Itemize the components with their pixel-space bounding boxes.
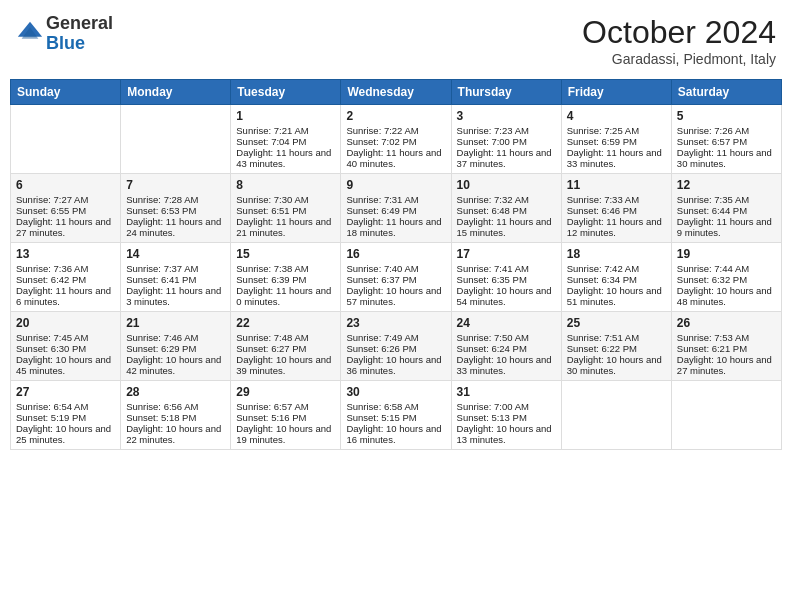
sunset-text: Sunset: 5:19 PM — [16, 412, 115, 423]
calendar-cell: 11Sunrise: 7:33 AMSunset: 6:46 PMDayligh… — [561, 174, 671, 243]
sunrise-text: Sunrise: 7:38 AM — [236, 263, 335, 274]
sunrise-text: Sunrise: 7:45 AM — [16, 332, 115, 343]
day-number: 1 — [236, 109, 335, 123]
daylight-text: Daylight: 11 hours and 37 minutes. — [457, 147, 556, 169]
calendar-cell: 13Sunrise: 7:36 AMSunset: 6:42 PMDayligh… — [11, 243, 121, 312]
daylight-text: Daylight: 10 hours and 13 minutes. — [457, 423, 556, 445]
day-number: 24 — [457, 316, 556, 330]
sunset-text: Sunset: 6:37 PM — [346, 274, 445, 285]
calendar-cell: 5Sunrise: 7:26 AMSunset: 6:57 PMDaylight… — [671, 105, 781, 174]
calendar-cell: 3Sunrise: 7:23 AMSunset: 7:00 PMDaylight… — [451, 105, 561, 174]
calendar-day-header: Sunday — [11, 80, 121, 105]
daylight-text: Daylight: 11 hours and 21 minutes. — [236, 216, 335, 238]
sunset-text: Sunset: 5:16 PM — [236, 412, 335, 423]
day-number: 26 — [677, 316, 776, 330]
calendar-cell: 30Sunrise: 6:58 AMSunset: 5:15 PMDayligh… — [341, 381, 451, 450]
daylight-text: Daylight: 10 hours and 30 minutes. — [567, 354, 666, 376]
sunrise-text: Sunrise: 6:57 AM — [236, 401, 335, 412]
sunset-text: Sunset: 6:32 PM — [677, 274, 776, 285]
sunrise-text: Sunrise: 7:53 AM — [677, 332, 776, 343]
sunrise-text: Sunrise: 7:42 AM — [567, 263, 666, 274]
sunset-text: Sunset: 6:30 PM — [16, 343, 115, 354]
sunrise-text: Sunrise: 6:58 AM — [346, 401, 445, 412]
sunset-text: Sunset: 5:18 PM — [126, 412, 225, 423]
day-number: 22 — [236, 316, 335, 330]
sunset-text: Sunset: 7:00 PM — [457, 136, 556, 147]
daylight-text: Daylight: 11 hours and 30 minutes. — [677, 147, 776, 169]
daylight-text: Daylight: 11 hours and 15 minutes. — [457, 216, 556, 238]
calendar-table: SundayMondayTuesdayWednesdayThursdayFrid… — [10, 79, 782, 450]
sunrise-text: Sunrise: 7:49 AM — [346, 332, 445, 343]
daylight-text: Daylight: 11 hours and 6 minutes. — [16, 285, 115, 307]
calendar-week-row: 6Sunrise: 7:27 AMSunset: 6:55 PMDaylight… — [11, 174, 782, 243]
sunset-text: Sunset: 6:42 PM — [16, 274, 115, 285]
sunrise-text: Sunrise: 7:44 AM — [677, 263, 776, 274]
sunrise-text: Sunrise: 7:40 AM — [346, 263, 445, 274]
sunset-text: Sunset: 6:22 PM — [567, 343, 666, 354]
calendar-cell: 2Sunrise: 7:22 AMSunset: 7:02 PMDaylight… — [341, 105, 451, 174]
sunrise-text: Sunrise: 7:30 AM — [236, 194, 335, 205]
day-number: 9 — [346, 178, 445, 192]
daylight-text: Daylight: 10 hours and 27 minutes. — [677, 354, 776, 376]
calendar-cell: 6Sunrise: 7:27 AMSunset: 6:55 PMDaylight… — [11, 174, 121, 243]
calendar-cell: 17Sunrise: 7:41 AMSunset: 6:35 PMDayligh… — [451, 243, 561, 312]
daylight-text: Daylight: 10 hours and 25 minutes. — [16, 423, 115, 445]
day-number: 3 — [457, 109, 556, 123]
calendar-day-header: Saturday — [671, 80, 781, 105]
calendar-day-header: Friday — [561, 80, 671, 105]
calendar-cell: 19Sunrise: 7:44 AMSunset: 6:32 PMDayligh… — [671, 243, 781, 312]
location-title: Garadassi, Piedmont, Italy — [582, 51, 776, 67]
sunset-text: Sunset: 6:24 PM — [457, 343, 556, 354]
day-number: 17 — [457, 247, 556, 261]
calendar-cell: 21Sunrise: 7:46 AMSunset: 6:29 PMDayligh… — [121, 312, 231, 381]
day-number: 10 — [457, 178, 556, 192]
daylight-text: Daylight: 10 hours and 54 minutes. — [457, 285, 556, 307]
daylight-text: Daylight: 11 hours and 3 minutes. — [126, 285, 225, 307]
sunrise-text: Sunrise: 7:37 AM — [126, 263, 225, 274]
calendar-cell — [121, 105, 231, 174]
calendar-cell: 31Sunrise: 7:00 AMSunset: 5:13 PMDayligh… — [451, 381, 561, 450]
sunset-text: Sunset: 6:29 PM — [126, 343, 225, 354]
calendar-cell: 27Sunrise: 6:54 AMSunset: 5:19 PMDayligh… — [11, 381, 121, 450]
calendar-cell: 20Sunrise: 7:45 AMSunset: 6:30 PMDayligh… — [11, 312, 121, 381]
sunset-text: Sunset: 6:55 PM — [16, 205, 115, 216]
sunset-text: Sunset: 6:51 PM — [236, 205, 335, 216]
logo-general-text: General — [46, 13, 113, 33]
sunrise-text: Sunrise: 6:54 AM — [16, 401, 115, 412]
daylight-text: Daylight: 10 hours and 42 minutes. — [126, 354, 225, 376]
day-number: 23 — [346, 316, 445, 330]
calendar-cell: 7Sunrise: 7:28 AMSunset: 6:53 PMDaylight… — [121, 174, 231, 243]
day-number: 12 — [677, 178, 776, 192]
sunrise-text: Sunrise: 7:25 AM — [567, 125, 666, 136]
daylight-text: Daylight: 10 hours and 19 minutes. — [236, 423, 335, 445]
calendar-header-row: SundayMondayTuesdayWednesdayThursdayFrid… — [11, 80, 782, 105]
sunrise-text: Sunrise: 6:56 AM — [126, 401, 225, 412]
sunrise-text: Sunrise: 7:27 AM — [16, 194, 115, 205]
sunrise-text: Sunrise: 7:50 AM — [457, 332, 556, 343]
daylight-text: Daylight: 11 hours and 18 minutes. — [346, 216, 445, 238]
sunset-text: Sunset: 7:04 PM — [236, 136, 335, 147]
daylight-text: Daylight: 11 hours and 43 minutes. — [236, 147, 335, 169]
day-number: 15 — [236, 247, 335, 261]
sunrise-text: Sunrise: 7:35 AM — [677, 194, 776, 205]
calendar-cell: 12Sunrise: 7:35 AMSunset: 6:44 PMDayligh… — [671, 174, 781, 243]
day-number: 18 — [567, 247, 666, 261]
calendar-cell: 28Sunrise: 6:56 AMSunset: 5:18 PMDayligh… — [121, 381, 231, 450]
logo-blue-text: Blue — [46, 33, 85, 53]
calendar-cell: 15Sunrise: 7:38 AMSunset: 6:39 PMDayligh… — [231, 243, 341, 312]
daylight-text: Daylight: 11 hours and 9 minutes. — [677, 216, 776, 238]
sunrise-text: Sunrise: 7:26 AM — [677, 125, 776, 136]
calendar-cell: 16Sunrise: 7:40 AMSunset: 6:37 PMDayligh… — [341, 243, 451, 312]
calendar-cell — [561, 381, 671, 450]
day-number: 16 — [346, 247, 445, 261]
sunrise-text: Sunrise: 7:22 AM — [346, 125, 445, 136]
day-number: 6 — [16, 178, 115, 192]
calendar-week-row: 20Sunrise: 7:45 AMSunset: 6:30 PMDayligh… — [11, 312, 782, 381]
day-number: 31 — [457, 385, 556, 399]
calendar-week-row: 1Sunrise: 7:21 AMSunset: 7:04 PMDaylight… — [11, 105, 782, 174]
day-number: 7 — [126, 178, 225, 192]
day-number: 2 — [346, 109, 445, 123]
calendar-cell: 22Sunrise: 7:48 AMSunset: 6:27 PMDayligh… — [231, 312, 341, 381]
sunset-text: Sunset: 6:41 PM — [126, 274, 225, 285]
sunset-text: Sunset: 6:48 PM — [457, 205, 556, 216]
